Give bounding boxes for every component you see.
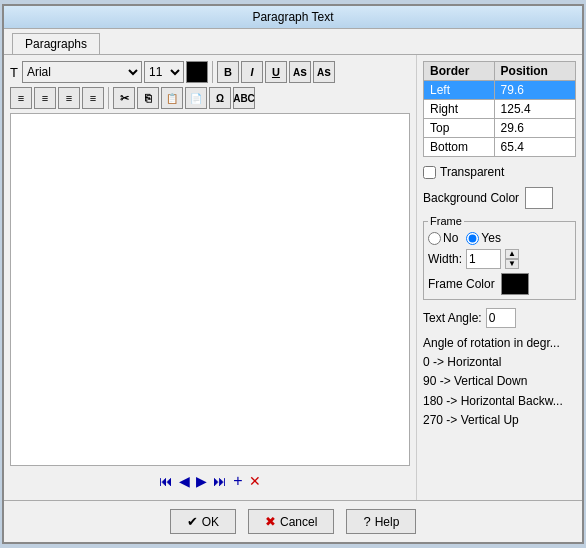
width-down-button[interactable]: ▼ <box>505 259 519 269</box>
ok-button[interactable]: ✔ OK <box>170 509 236 534</box>
right-panel: Border Position Left 79.6 Right 125.4 To… <box>417 55 582 500</box>
ok-icon: ✔ <box>187 514 198 529</box>
cut-button[interactable]: ✂ <box>113 87 135 109</box>
frame-legend: Frame <box>428 215 464 227</box>
table-row[interactable]: Right 125.4 <box>424 100 576 119</box>
tab-bar: Paragraphs <box>4 29 582 55</box>
border-right-label: Right <box>424 100 495 119</box>
help-button[interactable]: ? Help <box>346 509 416 534</box>
bg-color-swatch[interactable] <box>525 187 553 209</box>
subscript-button[interactable]: As <box>313 61 335 83</box>
transparent-checkbox[interactable] <box>423 166 436 179</box>
border-top-value: 29.6 <box>494 119 575 138</box>
bg-color-row: Background Color <box>423 187 576 209</box>
bg-color-label: Background Color <box>423 191 519 205</box>
cancel-button[interactable]: ✖ Cancel <box>248 509 334 534</box>
text-color-button[interactable] <box>186 61 208 83</box>
sep1 <box>212 61 213 83</box>
angle-info-line-4: 270 -> Vertical Up <box>423 411 576 430</box>
text-angle-row: Text Angle: <box>423 308 576 328</box>
frame-color-label: Frame Color <box>428 277 495 291</box>
border-table: Border Position Left 79.6 Right 125.4 To… <box>423 61 576 157</box>
frame-color-row: Frame Color <box>428 273 571 295</box>
frame-yes-radio[interactable] <box>466 232 479 245</box>
border-bottom-label: Bottom <box>424 138 495 157</box>
angle-info-line-3: 180 -> Horizontal Backw... <box>423 392 576 411</box>
frame-no-radio[interactable] <box>428 232 441 245</box>
table-row[interactable]: Bottom 65.4 <box>424 138 576 157</box>
align-center-button[interactable]: ≡ <box>34 87 56 109</box>
border-top-label: Top <box>424 119 495 138</box>
border-left-value: 79.6 <box>494 81 575 100</box>
align-left-button[interactable]: ≡ <box>10 87 32 109</box>
last-button[interactable]: ⏭ <box>213 473 227 489</box>
superscript-button[interactable]: As <box>289 61 311 83</box>
border-left-label: Left <box>424 81 495 100</box>
width-label: Width: <box>428 252 462 266</box>
paste-button[interactable]: 📋 <box>161 87 183 109</box>
frame-yes-label[interactable]: Yes <box>466 231 501 245</box>
symbol-button[interactable]: Ω <box>209 87 231 109</box>
frame-group: Frame No Yes Width: ▲ ▼ <box>423 215 576 300</box>
add-button[interactable]: + <box>233 472 242 490</box>
font-select[interactable]: Arial <box>22 61 142 83</box>
size-select[interactable]: 11 <box>144 61 184 83</box>
border-col-header: Border <box>424 62 495 81</box>
bottom-bar: ✔ OK ✖ Cancel ? Help <box>4 500 582 542</box>
align-justify-button[interactable]: ≡ <box>82 87 104 109</box>
paste-special-button[interactable]: 📄 <box>185 87 207 109</box>
text-angle-label: Text Angle: <box>423 311 482 325</box>
angle-input[interactable] <box>486 308 516 328</box>
formatting-toolbar: T Arial 11 B I U As As <box>10 61 410 83</box>
angle-info: Angle of rotation in degr... 0 -> Horizo… <box>423 334 576 430</box>
table-row[interactable]: Left 79.6 <box>424 81 576 100</box>
position-col-header: Position <box>494 62 575 81</box>
first-button[interactable]: ⏮ <box>159 473 173 489</box>
text-area[interactable] <box>10 113 410 466</box>
width-input[interactable] <box>466 249 501 269</box>
copy-button[interactable]: ⎘ <box>137 87 159 109</box>
width-spinner: ▲ ▼ <box>505 249 519 269</box>
angle-info-line-0: Angle of rotation in degr... <box>423 334 576 353</box>
help-icon: ? <box>363 514 370 529</box>
underline-button[interactable]: U <box>265 61 287 83</box>
prev-button[interactable]: ◀ <box>179 473 190 489</box>
bold-button[interactable]: B <box>217 61 239 83</box>
border-right-value: 125.4 <box>494 100 575 119</box>
angle-info-line-1: 0 -> Horizontal <box>423 353 576 372</box>
tab-paragraphs[interactable]: Paragraphs <box>12 33 100 54</box>
transparent-label[interactable]: Transparent <box>440 165 504 179</box>
left-panel: T Arial 11 B I U As As ≡ ≡ ≡ ≡ <box>4 55 417 500</box>
sep2 <box>108 87 109 109</box>
font-icon: T <box>10 65 18 80</box>
dialog-window: Paragraph Text Paragraphs T Arial 11 B I <box>2 4 584 544</box>
cancel-icon: ✖ <box>265 514 276 529</box>
italic-button[interactable]: I <box>241 61 263 83</box>
border-bottom-value: 65.4 <box>494 138 575 157</box>
transparent-row: Transparent <box>423 165 576 179</box>
frame-width-row: Width: ▲ ▼ <box>428 249 571 269</box>
angle-info-line-2: 90 -> Vertical Down <box>423 372 576 391</box>
delete-button[interactable]: ✕ <box>249 473 261 489</box>
align-right-button[interactable]: ≡ <box>58 87 80 109</box>
title-bar: Paragraph Text <box>4 6 582 29</box>
frame-no-label[interactable]: No <box>428 231 458 245</box>
next-button[interactable]: ▶ <box>196 473 207 489</box>
spellcheck-button[interactable]: ABC <box>233 87 255 109</box>
window-title: Paragraph Text <box>252 10 333 24</box>
table-row[interactable]: Top 29.6 <box>424 119 576 138</box>
main-content: T Arial 11 B I U As As ≡ ≡ ≡ ≡ <box>4 55 582 500</box>
frame-color-swatch[interactable] <box>501 273 529 295</box>
nav-bar: ⏮ ◀ ▶ ⏭ + ✕ <box>10 466 410 494</box>
alignment-toolbar: ≡ ≡ ≡ ≡ ✂ ⎘ 📋 📄 Ω ABC <box>10 87 410 109</box>
width-up-button[interactable]: ▲ <box>505 249 519 259</box>
frame-radio-row: No Yes <box>428 231 571 245</box>
